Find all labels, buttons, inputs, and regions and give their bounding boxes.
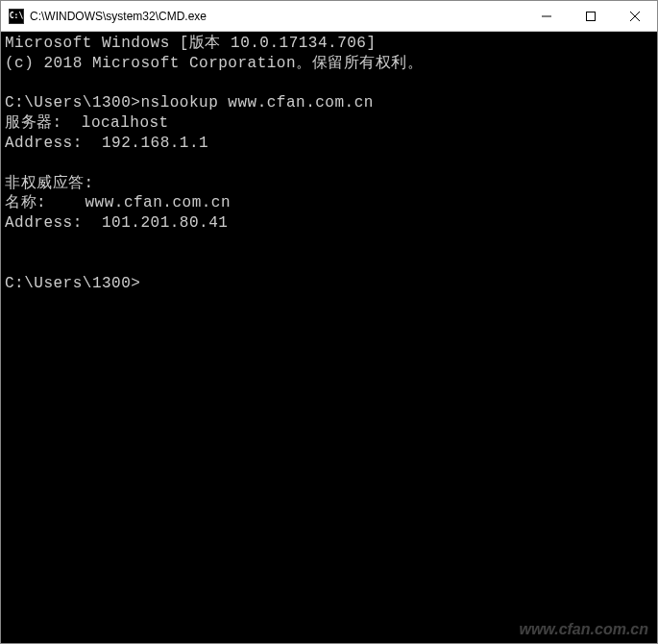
terminal-output[interactable]: Microsoft Windows [版本 10.0.17134.706] (c… bbox=[1, 32, 657, 643]
titlebar[interactable]: C:\ C:\WINDOWS\system32\CMD.exe bbox=[1, 1, 657, 32]
minimize-icon bbox=[542, 12, 551, 21]
close-button[interactable] bbox=[613, 1, 657, 31]
svg-rect-1 bbox=[587, 12, 596, 20]
maximize-button[interactable] bbox=[569, 1, 613, 31]
close-icon bbox=[630, 12, 640, 21]
minimize-button[interactable] bbox=[524, 1, 569, 31]
maximize-icon bbox=[586, 12, 596, 21]
window-title: C:\WINDOWS\system32\CMD.exe bbox=[30, 10, 524, 23]
window-controls bbox=[524, 1, 657, 31]
cmd-window: C:\ C:\WINDOWS\system32\CMD.exe Microsof… bbox=[0, 0, 658, 644]
app-icon: C:\ bbox=[9, 9, 24, 24]
